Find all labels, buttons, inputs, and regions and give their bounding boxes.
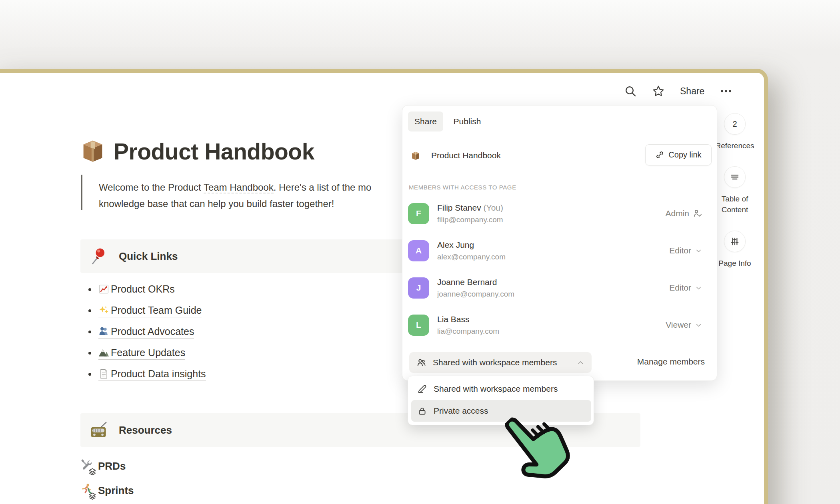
layers-badge-icon xyxy=(88,468,96,476)
avatar: L xyxy=(408,315,429,336)
role-dropdown[interactable]: Viewer xyxy=(666,320,702,330)
list-item: Feature Updates xyxy=(80,343,206,364)
avatar: F xyxy=(408,203,429,224)
link-product-team-guide[interactable]: Product Team Guide xyxy=(98,305,202,317)
star-favorite-icon[interactable] xyxy=(652,85,665,98)
member-name: Lia Bass xyxy=(437,315,666,324)
screenshot-canvas: Share 2 References Table of Content Page… xyxy=(0,0,840,504)
page-emoji xyxy=(98,369,109,379)
link-product-data-insights[interactable]: Product Data insights xyxy=(98,368,206,381)
sparkles-emoji xyxy=(98,305,109,316)
copy-link-button[interactable]: Copy link xyxy=(645,144,712,165)
database-link-prds[interactable]: PRDs xyxy=(80,457,126,475)
member-row-joanne: J Joanne Bernard joanne@company.com Edit… xyxy=(408,272,712,304)
tab-share[interactable]: Share xyxy=(408,112,443,131)
link-product-advocates[interactable]: Product Advocates xyxy=(98,326,194,339)
dialog-page-name: Product Handbook xyxy=(431,151,501,160)
list-item: Product Advocates xyxy=(80,321,206,343)
table-of-content-label: Table of Content xyxy=(713,193,757,215)
pen-icon xyxy=(417,384,427,394)
member-email: filip@company.com xyxy=(437,215,665,224)
member-name: Joanne Bernard xyxy=(437,277,669,287)
lock-icon xyxy=(417,406,427,416)
role-dropdown[interactable]: Editor xyxy=(669,246,702,255)
radio-emoji xyxy=(89,421,108,439)
share-dialog: Share Publish Product Handbook Copy link… xyxy=(402,105,717,381)
member-email: alex@company.com xyxy=(437,253,669,261)
link-product-okrs[interactable]: Product OKRs xyxy=(98,283,175,296)
quick-links-title: Quick Links xyxy=(119,250,178,263)
menu-item-shared-with-workspace[interactable]: Shared with workspace members xyxy=(411,380,591,398)
member-name: Filip Stanev (You) xyxy=(437,203,665,213)
references-label: References xyxy=(713,140,757,151)
member-row-lia: L Lia Bass lia@company.com Viewer xyxy=(408,309,712,341)
sliders-icon xyxy=(730,236,740,247)
dialog-page-row: Product Handbook xyxy=(410,150,501,161)
page-title: Product Handbook xyxy=(114,138,314,165)
table-of-content-widget: Table of Content xyxy=(713,166,757,215)
pushpin-emoji xyxy=(89,247,108,265)
team-handbook-link[interactable]: Team Handbook xyxy=(204,182,274,193)
member-name: Alex Jung xyxy=(437,240,669,250)
page-info-label: Page Info xyxy=(713,258,757,269)
menu-item-private-access[interactable]: Private access xyxy=(411,400,591,422)
mountain-emoji xyxy=(98,347,109,358)
members-section-header: MEMBERS WITH ACCESS TO PAGE xyxy=(409,184,516,191)
page-info-button[interactable] xyxy=(724,231,746,252)
dialog-divider xyxy=(402,136,717,136)
member-email: lia@company.com xyxy=(437,327,666,336)
list-item: Product Team Guide xyxy=(80,300,206,321)
layers-badge-icon xyxy=(88,492,96,500)
link-icon xyxy=(655,150,664,159)
member-row-filip: F Filip Stanev (You) filip@company.com A… xyxy=(408,197,712,229)
table-of-content-icon xyxy=(730,172,740,182)
page-info-widget: Page Info xyxy=(713,231,757,269)
role-admin: Admin xyxy=(665,209,702,218)
references-widget: 2 References xyxy=(713,113,757,151)
list-item: Product OKRs xyxy=(80,279,206,300)
chart-increasing-emoji xyxy=(98,284,109,295)
chevron-up-icon xyxy=(577,359,584,367)
person-check-icon xyxy=(693,209,702,218)
manage-members-button[interactable]: Manage members xyxy=(637,357,705,367)
busts-in-silhouette-emoji xyxy=(98,326,109,337)
link-feature-updates[interactable]: Feature Updates xyxy=(98,347,185,360)
resources-title: Resources xyxy=(119,424,172,436)
quick-links-list: Product OKRs Product Team Guide Product … xyxy=(80,279,206,385)
database-link-sprints[interactable]: Sprints xyxy=(80,481,134,500)
share-button[interactable]: Share xyxy=(680,86,704,97)
access-dropdown-menu: Shared with workspace members Private ac… xyxy=(408,376,594,425)
people-icon xyxy=(416,358,426,368)
chevron-down-icon xyxy=(695,284,702,292)
references-count-button[interactable]: 2 xyxy=(724,113,746,135)
search-icon[interactable] xyxy=(624,85,637,98)
member-email: joanne@company.com xyxy=(437,290,669,299)
tab-publish[interactable]: Publish xyxy=(447,112,487,131)
package-emoji xyxy=(410,150,421,161)
avatar: A xyxy=(408,240,429,261)
table-of-content-button[interactable] xyxy=(724,166,746,188)
access-selector[interactable]: Shared with workspace members xyxy=(409,352,592,373)
package-emoji xyxy=(79,136,106,164)
list-item: Product Data insights xyxy=(80,364,206,385)
page-toolbar: Share xyxy=(624,82,744,101)
chevron-down-icon xyxy=(695,321,702,329)
avatar: J xyxy=(408,277,429,299)
member-row-alex: A Alex Jung alex@company.com Editor xyxy=(408,235,712,267)
more-options-icon[interactable] xyxy=(720,85,732,98)
quote-bar xyxy=(81,175,82,210)
role-dropdown[interactable]: Editor xyxy=(669,283,702,293)
chevron-down-icon xyxy=(695,247,702,255)
